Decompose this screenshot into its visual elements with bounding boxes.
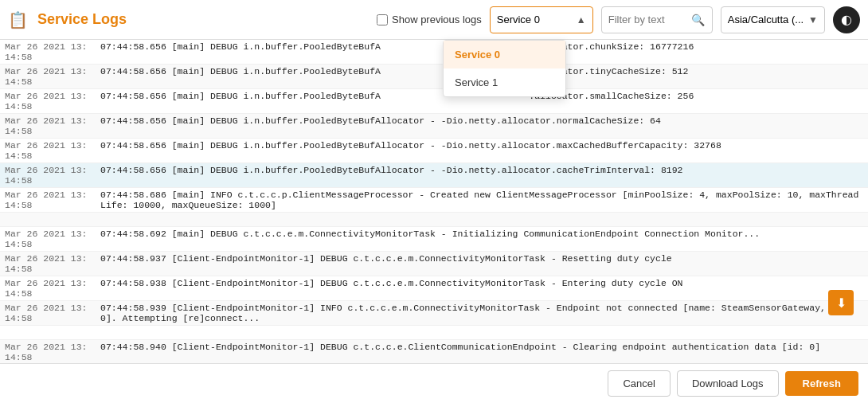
log-row: Mar 26 2021 13:14:5807:44:58.940 [Client… [0,340,868,364]
timezone-dropdown[interactable]: Asia/Calcutta (... ▼ [721,6,825,33]
filter-input-wrapper: 🔍 [601,6,713,33]
log-date: Mar 26 2021 13:14:58 [0,65,96,89]
log-row: Mar 26 2021 13:14:5807:44:58.656 [main] … [0,163,868,188]
log-row: Mar 26 2021 13:14:5807:44:58.656 [main] … [0,40,868,65]
chevron-up-icon: ▲ [577,14,586,25]
log-content: 07:44:58.937 [Client-EndpointMonitor-1] … [96,252,868,276]
log-row: Mar 26 2021 13:14:5807:44:58.656 [main] … [0,89,868,114]
timezone-value: Asia/Calcutta (... [728,14,803,25]
log-content: 07:44:58.656 [main] DEBUG i.n.buffer.Poo… [96,114,868,139]
log-date: Mar 26 2021 13:14:58 [0,163,96,188]
header: 📋 Service Logs Show previous logs Servic… [0,0,868,40]
log-date: Mar 26 2021 13:14:58 [0,139,96,163]
dropdown-item-service1[interactable]: Service 1 [444,68,565,96]
chevron-down-icon: ▼ [808,14,818,25]
service-dropdown[interactable]: Service 0 ▲ [490,6,593,33]
log-date: Mar 26 2021 13:14:58 [0,301,96,326]
show-previous-text: Show previous logs [392,14,482,25]
log-date: Mar 26 2021 13:14:58 [0,276,96,301]
log-table: Mar 26 2021 13:14:5807:44:58.656 [main] … [0,40,868,363]
cancel-button[interactable]: Cancel [608,370,670,397]
arrow-down-icon: ⬇ [836,295,846,311]
log-row: Mar 26 2021 13:14:5807:44:58.692 [main] … [0,227,868,252]
log-row: Mar 26 2021 13:14:5807:44:58.656 [main] … [0,139,868,163]
log-content: 07:44:58.656 [main] DEBUG i.n.buffer.Poo… [96,139,868,163]
log-date: Mar 26 2021 13:14:58 [0,188,96,213]
log-content: 07:44:58.656 [main] DEBUG i.n.buffer.Poo… [96,163,868,188]
log-row-empty [0,326,868,340]
log-container[interactable]: Mar 26 2021 13:14:5807:44:58.656 [main] … [0,40,868,363]
log-row: Mar 26 2021 13:14:5807:44:58.686 [main] … [0,188,868,213]
log-row: Mar 26 2021 13:14:5807:44:58.656 [main] … [0,114,868,139]
show-previous-checkbox[interactable] [377,14,388,25]
filter-input[interactable] [608,14,688,25]
page-title: Service Logs [37,11,127,28]
refresh-button[interactable]: Refresh [785,371,858,396]
log-row-empty [0,213,868,227]
search-icon: 🔍 [691,14,705,26]
service-dropdown-value: Service 0 [497,14,572,25]
show-previous-label: Show previous logs [377,14,482,25]
log-date: Mar 26 2021 13:14:58 [0,40,96,65]
log-content: 07:44:58.940 [Client-EndpointMonitor-1] … [96,340,868,364]
theme-toggle-button[interactable]: ◐ [833,6,860,33]
log-row: Mar 26 2021 13:14:5807:44:58.938 [Client… [0,276,868,301]
log-content: 07:44:58.692 [main] DEBUG c.t.c.c.e.m.Co… [96,227,868,252]
log-date: Mar 26 2021 13:14:58 [0,252,96,276]
download-logs-button[interactable]: Download Logs [677,370,779,397]
log-content: 07:44:58.939 [Client-EndpointMonitor-1] … [96,301,868,326]
log-content: 07:44:58.686 [main] INFO c.t.c.c.p.Clien… [96,188,868,213]
dropdown-item-service0[interactable]: Service 0 [444,41,565,68]
theme-icon: ◐ [841,12,852,27]
log-row: Mar 26 2021 13:14:5807:44:58.656 [main] … [0,65,868,89]
scroll-to-bottom-button[interactable]: ⬇ [828,290,854,315]
log-date: Mar 26 2021 13:14:58 [0,114,96,139]
log-date: Mar 26 2021 13:14:58 [0,227,96,252]
footer: Cancel Download Logs Refresh [0,363,868,403]
service-logs-icon: 📋 [8,10,28,29]
log-row: Mar 26 2021 13:14:5807:44:58.937 [Client… [0,252,868,276]
log-date: Mar 26 2021 13:14:58 [0,340,96,364]
log-date: Mar 26 2021 13:14:58 [0,89,96,114]
service-dropdown-popup: Service 0 Service 1 [443,40,566,97]
log-content: 07:44:58.938 [Client-EndpointMonitor-1] … [96,276,868,301]
log-row: Mar 26 2021 13:14:5807:44:58.939 [Client… [0,301,868,326]
